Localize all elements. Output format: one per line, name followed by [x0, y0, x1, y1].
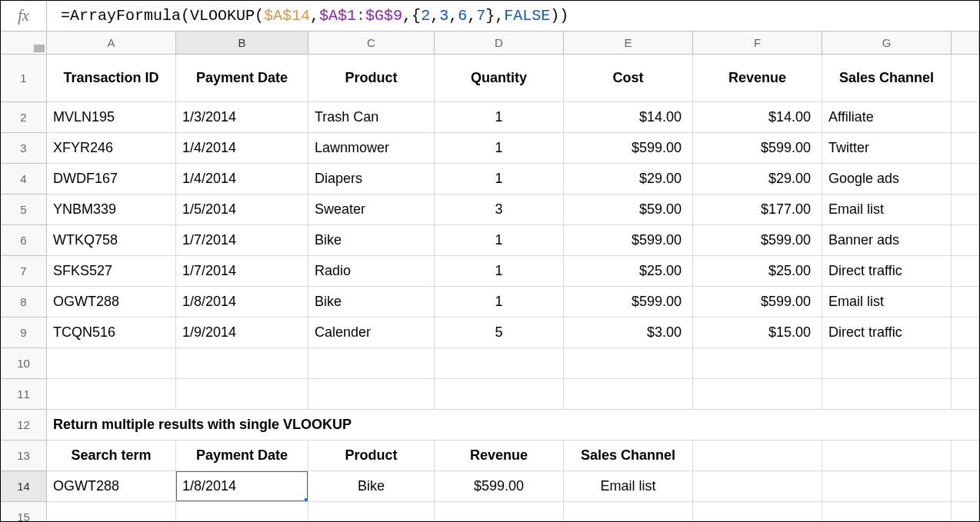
row-header-7[interactable]: 7 — [1, 256, 47, 287]
cell[interactable]: 1/4/2014 — [176, 133, 308, 164]
col-header-extra[interactable] — [952, 32, 979, 55]
cell-blank[interactable] — [176, 502, 308, 522]
cell[interactable]: $3.00 — [564, 318, 693, 348]
cell[interactable]: $15.00 — [693, 318, 822, 348]
cell-blank[interactable] — [308, 502, 435, 522]
row-header-15[interactable]: 15 — [1, 502, 47, 522]
cell[interactable]: 1 — [435, 256, 564, 287]
cell[interactable]: $25.00 — [564, 256, 693, 287]
cell[interactable]: 1/4/2014 — [176, 164, 308, 195]
table-header[interactable]: Cost — [564, 55, 693, 102]
row-header-11[interactable]: 11 — [1, 379, 47, 410]
cell[interactable]: WTKQ758 — [47, 225, 176, 256]
cell[interactable]: TCQN516 — [47, 318, 176, 348]
cell[interactable]: 3 — [435, 195, 564, 225]
cell-blank[interactable] — [47, 502, 176, 522]
cell-blank[interactable] — [952, 133, 979, 164]
cell[interactable]: YNBM339 — [47, 195, 176, 225]
cell-blank[interactable] — [952, 164, 979, 195]
cell-blank[interactable] — [952, 256, 979, 287]
table-header[interactable]: Quantity — [435, 55, 564, 102]
cell[interactable]: 1/7/2014 — [176, 256, 308, 287]
row-header-9[interactable]: 9 — [1, 318, 47, 348]
cell[interactable]: Google ads — [822, 164, 952, 195]
cell-blank[interactable] — [952, 379, 979, 410]
cell[interactable]: $29.00 — [693, 164, 822, 195]
cell-blank[interactable] — [952, 55, 979, 102]
cell[interactable]: $599.00 — [564, 133, 693, 164]
cell[interactable]: Bike — [308, 225, 435, 256]
cell-blank[interactable] — [564, 348, 693, 379]
cell-blank[interactable] — [952, 441, 979, 471]
col-header-F[interactable]: F — [693, 32, 822, 55]
col-header-A[interactable]: A — [47, 32, 176, 55]
cell[interactable]: Diapers — [308, 164, 435, 195]
col-header-E[interactable]: E — [564, 32, 693, 55]
table-header[interactable]: Transaction ID — [47, 55, 176, 102]
row-header-13[interactable]: 13 — [1, 441, 47, 471]
col-header-C[interactable]: C — [308, 32, 435, 55]
cell[interactable]: 1/3/2014 — [176, 102, 308, 133]
cell-blank[interactable] — [822, 471, 952, 502]
col-header-D[interactable]: D — [435, 32, 564, 55]
cell-blank[interactable] — [47, 379, 176, 410]
cell[interactable]: OGWT288 — [47, 287, 176, 318]
cell[interactable]: 1/8/2014 — [176, 287, 308, 318]
cell[interactable]: $14.00 — [693, 102, 822, 133]
cell[interactable]: Banner ads — [822, 225, 952, 256]
cell[interactable]: XFYR246 — [47, 133, 176, 164]
cell[interactable]: Calender — [308, 318, 435, 348]
cell-blank[interactable] — [308, 379, 435, 410]
cell[interactable]: 1 — [435, 164, 564, 195]
select-all-corner[interactable] — [1, 32, 47, 55]
cell[interactable]: $599.00 — [435, 471, 564, 502]
cell-blank[interactable] — [693, 471, 822, 502]
cell-blank[interactable] — [952, 195, 979, 225]
cell[interactable]: Radio — [308, 256, 435, 287]
row-header-2[interactable]: 2 — [1, 102, 47, 133]
section-title[interactable]: Return multiple results with single VLOO… — [47, 410, 979, 441]
cell[interactable]: $599.00 — [564, 287, 693, 318]
table-header[interactable]: Sales Channel — [822, 55, 952, 102]
cell[interactable]: Lawnmower — [308, 133, 435, 164]
cell-blank[interactable] — [952, 502, 979, 522]
col-header-G[interactable]: G — [822, 32, 952, 55]
cell-blank[interactable] — [176, 348, 308, 379]
cell-blank[interactable] — [564, 379, 693, 410]
cell[interactable]: 1 — [435, 225, 564, 256]
cell[interactable]: $25.00 — [693, 256, 822, 287]
cell[interactable]: $29.00 — [564, 164, 693, 195]
lookup-header[interactable]: Revenue — [435, 441, 564, 471]
cell[interactable]: 1/5/2014 — [176, 195, 308, 225]
cell[interactable]: 1/7/2014 — [176, 225, 308, 256]
fill-handle[interactable] — [305, 498, 308, 502]
cell-blank[interactable] — [952, 102, 979, 133]
cell[interactable]: $599.00 — [693, 133, 822, 164]
cell-blank[interactable] — [822, 348, 952, 379]
cell-blank[interactable] — [952, 287, 979, 318]
cell[interactable]: Direct traffic — [822, 256, 952, 287]
cell[interactable]: SFKS527 — [47, 256, 176, 287]
cell-blank[interactable] — [435, 502, 564, 522]
row-header-8[interactable]: 8 — [1, 287, 47, 318]
cell[interactable]: $599.00 — [693, 225, 822, 256]
col-header-B[interactable]: B — [176, 32, 308, 55]
cell[interactable]: Sweater — [308, 195, 435, 225]
cell[interactable]: Bike — [308, 471, 435, 502]
table-header[interactable]: Revenue — [693, 55, 822, 102]
lookup-header[interactable]: Payment Date — [176, 441, 308, 471]
spreadsheet-grid[interactable]: A B C D E F G 1 Transaction ID Payment D… — [1, 32, 979, 522]
lookup-header[interactable]: Sales Channel — [564, 441, 693, 471]
lookup-header[interactable]: Product — [308, 441, 435, 471]
cell-blank[interactable] — [952, 225, 979, 256]
cell[interactable]: 1/9/2014 — [176, 318, 308, 348]
cell-blank[interactable] — [47, 348, 176, 379]
cell[interactable]: Email list — [822, 287, 952, 318]
cell[interactable]: 1 — [435, 102, 564, 133]
cell-blank[interactable] — [952, 318, 979, 348]
table-header[interactable]: Payment Date — [176, 55, 308, 102]
cell[interactable]: Email list — [564, 471, 693, 502]
cell-blank[interactable] — [308, 348, 435, 379]
cell-blank[interactable] — [435, 348, 564, 379]
cell-blank[interactable] — [693, 502, 822, 522]
